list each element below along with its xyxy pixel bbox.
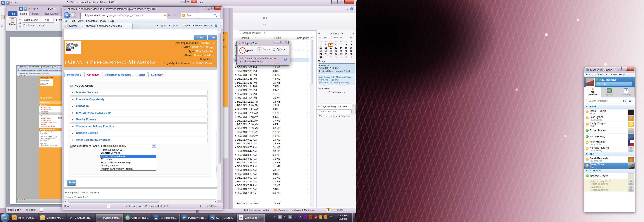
webex-tab-meetings[interactable]: 5Meetings [618, 87, 635, 98]
flag-icon[interactable]: ⚐ [306, 138, 308, 142]
focus-area-veterans-and-military-families[interactable]: Veterans and Military Families [70, 124, 208, 130]
flag-icon[interactable]: ⚐ [306, 169, 308, 172]
document-mode-icon[interactable]: ▤ [107, 204, 110, 208]
spellcheck-icon[interactable]: ✓ [40, 208, 43, 212]
calendar-day[interactable]: 12 [328, 46, 334, 50]
command-safety[interactable]: Safety ▾ [192, 24, 202, 27]
word-back-restore-button[interactable]: ▣ [186, 0, 190, 4]
home-icon[interactable]: ⌂ ▾ [155, 24, 158, 27]
save-button[interactable]: Save [67, 180, 76, 186]
flag-icon[interactable]: ⚐ [306, 100, 308, 104]
tray-lock-icon[interactable]: ● [319, 215, 322, 218]
home-button[interactable]: home [194, 35, 207, 40]
scroll-right-icon[interactable]: ▶ [215, 200, 216, 202]
search-dropdown-icon[interactable]: ▾ [218, 14, 219, 16]
webex-menu-communicate[interactable]: Communicate [592, 73, 608, 76]
menu-favorites[interactable]: Favorites [86, 20, 96, 22]
calendar-day[interactable]: 28 [338, 40, 344, 43]
flag-icon[interactable]: ⚐ [306, 70, 308, 73]
dropdown-option[interactable]: Healthy Futures [100, 164, 156, 167]
menu-tools[interactable]: Tools [100, 20, 106, 22]
zoom-control[interactable]: ⌕ 100% ▾ [207, 205, 218, 208]
ie-minimize-button[interactable]: – [204, 6, 209, 10]
contact-terry-gunnell[interactable]: –Terry GunnellIn a meeting [584, 140, 635, 146]
calendar-day[interactable]: 20 [334, 50, 338, 53]
email-row[interactable]: e 3/5/2013 1:34 PM7 KB⚐ [234, 85, 309, 88]
taskbar-button-s-everyone-s-[interactable]: S:\everyone\S... [39, 214, 66, 222]
webex-restore-button[interactable]: □ [622, 68, 627, 71]
flag-icon[interactable]: ⚐ [306, 134, 308, 138]
ie-titlebar[interactable]: e eGrants Performance Measures - Microso… [62, 6, 223, 12]
flag-icon[interactable]: ⚐ [306, 154, 308, 157]
flag-icon[interactable]: ⚐ [306, 51, 308, 54]
email-row[interactable]: e 3/5/2013 1:42 PM14 KB⚐ [234, 73, 309, 77]
back-page-button[interactable]: bac [208, 35, 217, 40]
calendar-day[interactable]: 5 [344, 56, 349, 59]
flag-icon[interactable]: ⚐ [306, 66, 308, 70]
inner-scrollbar-thumb[interactable] [216, 166, 217, 172]
appointment-checkin[interactable]: Check In 3:30 PM - 3:45 PM Erwin's Offic… [318, 64, 356, 74]
ribbon-tab-home[interactable]: Home [17, 11, 30, 16]
menu-edit[interactable]: Edit [70, 20, 75, 22]
calendar-day[interactable]: 27 [334, 40, 338, 43]
outlook-titlebar[interactable]: ok –□✕ [199, 0, 356, 6]
contact-group-hq[interactable]: HQ [584, 152, 635, 156]
outlook-close-button[interactable]: ✕ [344, 0, 354, 4]
contact-zach-rhein[interactable]: Zach RheinResponse pending [584, 186, 635, 192]
email-row[interactable]: e 3/5/2013 8:47 AM30 KB⚐ [234, 150, 309, 153]
format-buttons[interactable]: B I U ▾ abe x₂ x² [24, 24, 45, 27]
tray-sync-icon[interactable]: ↻ [329, 215, 332, 218]
flag-icon[interactable]: ⚐ [306, 85, 308, 88]
calendar-day[interactable]: 30 [349, 53, 354, 56]
contact-ventana-harding[interactable]: –Ventana HardingIn a meeting [584, 146, 635, 152]
compatibility-icon[interactable]: ⚙ ▾ [199, 204, 204, 208]
calendar-day[interactable]: 24 [318, 53, 323, 56]
ribbon-fragment-filter[interactable]: il ▾ [264, 23, 266, 26]
dropdown-option[interactable]: Veterans and Military Families [100, 167, 156, 170]
flag-icon[interactable]: ⚐ [306, 96, 308, 100]
email-row[interactable]: e 3/5/2013 7:11 AM38 KB⚐ [234, 191, 309, 195]
new-snip-button[interactable]: ✂ New ▾ [239, 47, 253, 54]
calendar-day[interactable]: 28 [338, 53, 344, 56]
new-task-input[interactable]: Type a new task [318, 110, 352, 114]
flag-icon[interactable]: ⚐ [306, 157, 308, 161]
focus-area-other-community-priorities[interactable]: Other Community Priorities [70, 137, 208, 143]
taskbar-button-pm-visual-ins-[interactable]: WPM Visual Ins... [152, 214, 180, 222]
email-row[interactable]: e 3/5/2013 9:05 AM14 KB⚐ [234, 142, 309, 146]
ie-vertical-scrollbar[interactable]: ▲ ▼ [217, 29, 221, 200]
primary-focus-select[interactable]: Economic Opportunity ▼ [100, 144, 156, 148]
word-icon[interactable]: W [1, 1, 5, 5]
taskbar-button-inbox-psten-[interactable]: OInbox - PSten... [10, 214, 38, 222]
word-back-close-button[interactable]: ✕ [191, 0, 198, 4]
recent-pages-icon[interactable]: ▾ [76, 14, 78, 16]
email-row[interactable]: e 3/5/2013 8:23 AM11 KB⚐ [234, 165, 309, 168]
calendar-day-today[interactable]: 5 [328, 43, 334, 46]
flag-icon[interactable]: ⚐ [306, 108, 308, 112]
calendar-day[interactable]: 23 [349, 50, 354, 53]
contact-group-field[interactable]: Field [584, 105, 635, 109]
ribbon-tab-insert[interactable]: Insert [30, 12, 41, 16]
email-row[interactable]: e 3/5/2013 8:33 AM15 KB⚐ [234, 161, 309, 165]
taskbar-clock[interactable]: 2:49 PM 3/5/2013 [335, 214, 350, 221]
select-dropdown-icon[interactable]: ▼ [152, 144, 156, 148]
calendar-day[interactable]: 27 [334, 53, 338, 56]
column-flag-icon[interactable]: ⚑ [306, 36, 309, 40]
tray-communicator-icon[interactable]: O [324, 215, 328, 218]
flag-icon[interactable]: ⚐ [306, 54, 308, 58]
word-count[interactable]: Words: 0 [24, 208, 36, 211]
appointment-call[interactable]: call today with Mary and Erw 4:00 PM - 4… [318, 75, 356, 86]
email-row[interactable]: e 3/5/2013 9:12 AM29 KB⚐ [234, 138, 309, 142]
webex-tab-contacts[interactable]: Contacts [584, 87, 601, 98]
search-box[interactable]: b Bing ▾ [180, 13, 220, 18]
undo-icon[interactable]: ↶ [28, 7, 32, 10]
calendar-day[interactable]: 26 [328, 40, 334, 43]
calendar-day[interactable]: 9 [349, 43, 354, 46]
email-row[interactable]: e 3/5/2013 2:03 PM8 KB⚐ [234, 70, 309, 73]
email-row[interactable]: e 3/5/2013 1:30 PM2 MB⚐ [234, 88, 309, 92]
scroll-up-icon[interactable]: ▲ [310, 36, 314, 39]
calendar-day[interactable]: 1 [344, 40, 349, 43]
email-row[interactable]: e 3/5/2013 8:39 AM31 KB⚐ [234, 157, 309, 161]
flag-icon[interactable]: ⚐ [306, 131, 308, 134]
focus-area-environmental-stewardship[interactable]: Environmental Stewardship [70, 110, 208, 116]
inner-scrollbar[interactable]: ▼ [216, 131, 217, 177]
